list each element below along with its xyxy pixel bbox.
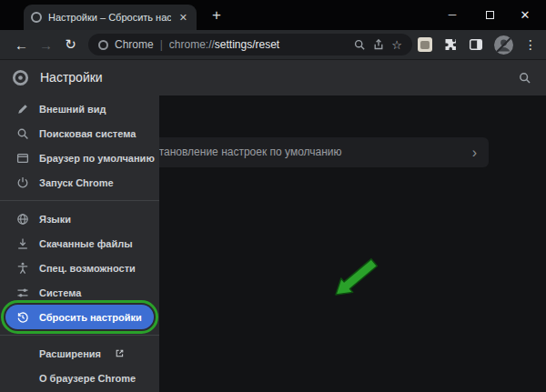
- sidebar-item[interactable]: Поисковая система: [0, 121, 159, 146]
- back-button[interactable]: ←: [9, 37, 34, 53]
- sidebar-item-label: Система: [39, 287, 81, 298]
- side-panel-icon[interactable]: [469, 37, 483, 52]
- browser-tab[interactable]: Настройки – Сбросить настрой ✕: [24, 5, 197, 30]
- sidebar-item[interactable]: Внешний вид: [0, 96, 159, 121]
- sidebar-item-label: Внешний вид: [39, 104, 106, 115]
- tune-icon: [16, 286, 29, 299]
- url-path: settings/reset: [215, 38, 279, 51]
- restore-defaults-row[interactable]: Восстановление настроек по умолчанию ›: [116, 137, 489, 167]
- globe-icon: [16, 213, 29, 226]
- toolbar-right-icons: ⋮: [418, 35, 537, 55]
- sidebar-item-label: Поисковая система: [39, 128, 136, 139]
- sidebar-item-label: Расширения: [39, 348, 101, 359]
- sidebar-item-label: Спец. возможности: [39, 263, 136, 274]
- chevron-right-icon: ›: [472, 138, 477, 166]
- accessibility-icon: [16, 262, 29, 275]
- page-title: Настройки: [40, 70, 103, 85]
- maximize-button[interactable]: [486, 11, 494, 19]
- search-icon[interactable]: [353, 38, 366, 51]
- sidebar-item[interactable]: О браузере Chrome: [0, 366, 159, 390]
- annotation-arrow: [314, 244, 391, 307]
- external-link-icon: [115, 348, 125, 358]
- search-icon: [16, 127, 29, 140]
- title-bar: Настройки – Сбросить настрой ✕ + ─ ✕: [0, 0, 546, 30]
- page-info-icon[interactable]: [98, 40, 108, 50]
- settings-gear-favicon-icon: [31, 12, 42, 23]
- browser-toolbar: ← → ↻ Chrome | chrome://settings/reset ☆…: [0, 30, 546, 60]
- reload-button[interactable]: ↻: [58, 36, 83, 53]
- url-text: chrome://settings/reset: [169, 38, 348, 51]
- sidebar-item[interactable]: Спец. возможности: [0, 256, 159, 280]
- sidebar-item-label: Скачанные файлы: [39, 238, 133, 249]
- sidebar-item-label: Языки: [39, 214, 71, 225]
- bookmark-star-icon[interactable]: ☆: [391, 39, 402, 51]
- tab-close-icon[interactable]: ✕: [177, 12, 189, 24]
- settings-search-icon[interactable]: [518, 71, 531, 85]
- sidebar-item-reset-settings[interactable]: Сбросить настройки: [5, 305, 154, 329]
- profile-avatar[interactable]: [494, 35, 513, 55]
- share-icon[interactable]: [372, 38, 385, 51]
- brush-icon: [16, 103, 29, 116]
- settings-sidebar-menu: Внешний видПоисковая системаБраузер по у…: [0, 95, 159, 392]
- settings-header: Настройки: [0, 60, 546, 95]
- browser-menu-icon[interactable]: ⋮: [524, 38, 537, 51]
- blank-icon: [16, 347, 29, 360]
- sidebar-divider: [0, 200, 159, 201]
- sidebar-item-label: Запуск Chrome: [39, 177, 114, 188]
- sidebar-divider: [0, 335, 159, 336]
- browser-icon: [16, 152, 29, 165]
- sidebar-item[interactable]: Система: [0, 280, 159, 305]
- sidebar-item[interactable]: Браузер по умолчанию: [0, 146, 159, 170]
- tab-title: Настройки – Сбросить настрой: [48, 12, 171, 23]
- restore-icon: [16, 311, 29, 324]
- sidebar-item[interactable]: Запуск Chrome: [0, 170, 159, 195]
- sidebar-item-label: О браузере Chrome: [39, 373, 136, 384]
- minimize-button[interactable]: ─: [439, 0, 466, 30]
- extensions-puzzle-icon[interactable]: [443, 37, 458, 52]
- power-icon: [16, 176, 29, 189]
- sidebar-item[interactable]: Языки: [0, 206, 159, 231]
- sidebar-item-label: Браузер по умолчанию: [39, 153, 155, 164]
- sidebar-item[interactable]: Расширения: [0, 341, 159, 366]
- blank-icon: [16, 372, 29, 385]
- chrome-logo-icon: [12, 69, 29, 86]
- download-icon: [16, 237, 29, 250]
- restore-defaults-label: Восстановление настроек по умолчанию: [135, 137, 342, 167]
- omnibox-divider: |: [160, 38, 163, 51]
- url-scheme: chrome://: [169, 38, 215, 51]
- extension-icon[interactable]: [418, 37, 432, 52]
- close-button[interactable]: ✕: [511, 0, 539, 30]
- forward-button[interactable]: →: [34, 37, 58, 53]
- address-bar[interactable]: Chrome | chrome://settings/reset ☆: [88, 34, 412, 55]
- sidebar-item-label: Сбросить настройки: [39, 312, 142, 323]
- sidebar-item[interactable]: Скачанные файлы: [0, 231, 159, 256]
- site-label: Chrome: [115, 38, 154, 51]
- browser-window: { "colors": { "accent_blue": "#3d6ed3", …: [0, 0, 546, 392]
- new-tab-button[interactable]: +: [206, 5, 228, 26]
